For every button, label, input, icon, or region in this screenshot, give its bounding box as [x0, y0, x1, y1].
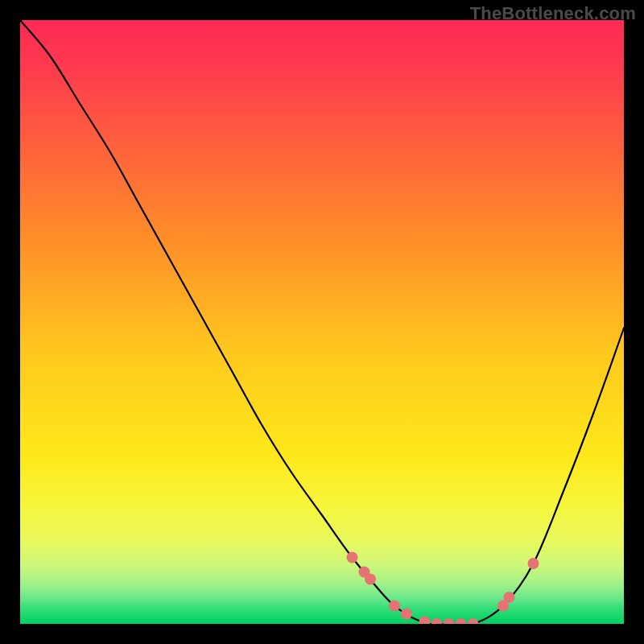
- watermark-text: TheBottleneck.com: [470, 3, 636, 24]
- highlight-dot: [365, 574, 376, 585]
- highlight-dot: [528, 558, 539, 569]
- highlight-dot: [401, 609, 412, 620]
- chart-frame: TheBottleneck.com: [0, 0, 644, 644]
- highlight-dot: [347, 552, 358, 564]
- plot-area: [20, 20, 624, 624]
- chart-svg: [20, 20, 624, 624]
- highlight-dot: [389, 601, 400, 612]
- highlight-dot: [504, 592, 515, 603]
- gradient-bg: [20, 20, 624, 624]
